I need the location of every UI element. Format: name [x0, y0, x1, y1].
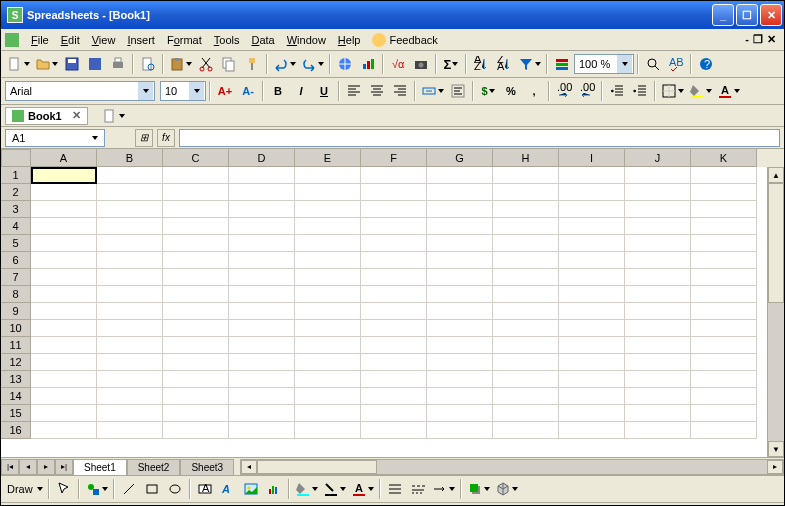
cell[interactable]: [295, 235, 361, 252]
cell[interactable]: [163, 184, 229, 201]
insert-chart-button[interactable]: [263, 478, 285, 500]
fill-color-button[interactable]: [687, 80, 714, 102]
cell[interactable]: [691, 184, 757, 201]
cell[interactable]: [31, 235, 97, 252]
cell[interactable]: [97, 405, 163, 422]
cell[interactable]: [427, 252, 493, 269]
cell[interactable]: [31, 201, 97, 218]
cell[interactable]: [229, 167, 295, 184]
cell[interactable]: [31, 184, 97, 201]
last-sheet-button[interactable]: ▸|: [55, 459, 73, 475]
cell[interactable]: [691, 201, 757, 218]
doc-minimize-button[interactable]: -: [745, 33, 749, 46]
row-header[interactable]: 1: [1, 167, 31, 184]
decrease-decimal-button[interactable]: .00: [576, 80, 598, 102]
cell[interactable]: [691, 354, 757, 371]
cell[interactable]: [97, 320, 163, 337]
cell[interactable]: [31, 252, 97, 269]
cell[interactable]: [31, 371, 97, 388]
cell[interactable]: [559, 405, 625, 422]
cell[interactable]: [361, 371, 427, 388]
cell[interactable]: [31, 388, 97, 405]
formula-button[interactable]: √α: [387, 53, 409, 75]
select-all-corner[interactable]: [1, 149, 31, 167]
wrap-text-button[interactable]: [447, 80, 469, 102]
cell[interactable]: [493, 371, 559, 388]
zoom-combo[interactable]: [574, 54, 634, 74]
cell[interactable]: [31, 303, 97, 320]
cell[interactable]: [361, 286, 427, 303]
cell[interactable]: [163, 320, 229, 337]
cell[interactable]: [361, 252, 427, 269]
line-button[interactable]: [118, 478, 140, 500]
column-header[interactable]: I: [559, 149, 625, 167]
cell[interactable]: [625, 252, 691, 269]
cell[interactable]: [559, 286, 625, 303]
3d-button[interactable]: [493, 478, 520, 500]
cell[interactable]: [493, 303, 559, 320]
print-preview-button[interactable]: [137, 53, 159, 75]
cell[interactable]: [361, 269, 427, 286]
cell[interactable]: [97, 201, 163, 218]
cell[interactable]: [625, 269, 691, 286]
sort-asc-button[interactable]: AZ: [470, 53, 492, 75]
bold-button[interactable]: B: [267, 80, 289, 102]
name-box[interactable]: A1: [5, 129, 105, 147]
cell[interactable]: [295, 371, 361, 388]
cell[interactable]: [691, 167, 757, 184]
cell[interactable]: [229, 371, 295, 388]
cell[interactable]: [97, 422, 163, 439]
cell[interactable]: [691, 405, 757, 422]
sheet-tab-sheet3[interactable]: Sheet3: [180, 459, 234, 475]
cell[interactable]: [427, 303, 493, 320]
cell[interactable]: [295, 201, 361, 218]
prev-sheet-button[interactable]: ◂: [19, 459, 37, 475]
cell[interactable]: [361, 235, 427, 252]
save-as-button[interactable]: [84, 53, 106, 75]
cell[interactable]: [493, 201, 559, 218]
cell[interactable]: [427, 320, 493, 337]
cell[interactable]: [559, 235, 625, 252]
menu-data[interactable]: Data: [245, 34, 280, 46]
print-button[interactable]: [107, 53, 129, 75]
cell[interactable]: [625, 218, 691, 235]
menu-insert[interactable]: Insert: [121, 34, 161, 46]
cell[interactable]: [163, 286, 229, 303]
cell[interactable]: [229, 184, 295, 201]
borders-button[interactable]: [659, 80, 686, 102]
cell[interactable]: [229, 422, 295, 439]
column-header[interactable]: F: [361, 149, 427, 167]
menu-format[interactable]: Format: [161, 34, 208, 46]
cell[interactable]: [625, 286, 691, 303]
find-button[interactable]: [642, 53, 664, 75]
cell[interactable]: [295, 252, 361, 269]
cell[interactable]: [97, 167, 163, 184]
row-header[interactable]: 14: [1, 388, 31, 405]
percent-button[interactable]: %: [500, 80, 522, 102]
cell[interactable]: [493, 269, 559, 286]
cell[interactable]: [361, 184, 427, 201]
cell[interactable]: [559, 167, 625, 184]
cell[interactable]: [625, 303, 691, 320]
cell[interactable]: [691, 269, 757, 286]
line-color-button[interactable]: [321, 478, 348, 500]
vertical-scrollbar[interactable]: ▲ ▼: [767, 167, 784, 457]
menu-help[interactable]: Help: [332, 34, 367, 46]
minimize-button[interactable]: _: [712, 4, 734, 26]
column-header[interactable]: E: [295, 149, 361, 167]
menu-window[interactable]: Window: [281, 34, 332, 46]
decrease-indent-button[interactable]: [606, 80, 628, 102]
row-header[interactable]: 9: [1, 303, 31, 320]
cell[interactable]: [229, 201, 295, 218]
redo-button[interactable]: [299, 53, 326, 75]
cell[interactable]: [559, 354, 625, 371]
select-objects-button[interactable]: [53, 478, 75, 500]
cell[interactable]: [361, 218, 427, 235]
cell[interactable]: [229, 218, 295, 235]
sheet-tab-sheet1[interactable]: Sheet1: [73, 459, 127, 475]
cell[interactable]: [295, 269, 361, 286]
filter-button[interactable]: [516, 53, 543, 75]
row-header[interactable]: 8: [1, 286, 31, 303]
dash-style-button[interactable]: [407, 478, 429, 500]
cell[interactable]: [31, 337, 97, 354]
